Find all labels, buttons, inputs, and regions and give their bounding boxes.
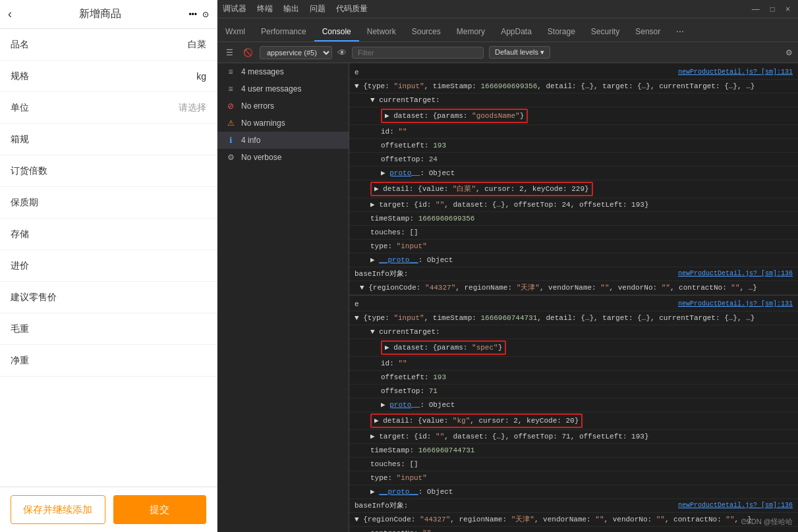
minimize-button[interactable]: — — [749, 5, 762, 14]
form-row[interactable]: 品名 白菜 — [0, 29, 217, 61]
devtools-tab-sources[interactable]: Sources — [404, 23, 449, 41]
filter-icon-warning: ⚠ — [225, 119, 236, 128]
devtools-tab-wxml[interactable]: Wxml — [217, 23, 253, 41]
console-tree-line: offsetLeft: 193 — [349, 139, 798, 153]
form-row[interactable]: 订货倍数 — [0, 155, 217, 187]
close-button[interactable]: × — [783, 5, 793, 14]
source-link[interactable]: newProductDetail.js? [sm]:131 — [673, 298, 793, 310]
console-text: id: "" — [355, 358, 407, 369]
sidebar-toggle-icon[interactable]: ☰ — [223, 46, 236, 59]
source-link[interactable]: newProductDetail.js? [sm]:136 — [673, 500, 793, 512]
save-continue-button[interactable]: 保存并继续添加 — [11, 495, 105, 524]
devtools-tab-performance[interactable]: Performance — [253, 23, 314, 41]
form-row[interactable]: 存储 — [0, 219, 217, 250]
clear-console-icon[interactable]: 🚫 — [241, 46, 254, 59]
devtools-tab-network[interactable]: Network — [359, 23, 404, 41]
filter-item-info[interactable]: ℹ 4 info — [217, 132, 349, 149]
console-tree-line: contractNo: "" — [349, 527, 798, 532]
devtools-tab-sensor[interactable]: Sensor — [627, 23, 668, 41]
form-row[interactable]: 毛重 — [0, 313, 217, 345]
console-highlighted-line: ▶ dataset: {params: "spec"} — [349, 339, 798, 357]
console-line: ▼ {type: "input", timeStamp: 16669607447… — [349, 311, 798, 325]
filter-item-error[interactable]: ⊘ No errors — [217, 97, 349, 115]
filter-label: 4 info — [241, 136, 260, 145]
devtools-tab-security[interactable]: Security — [583, 23, 627, 41]
form-footer: 保存并继续添加 提交 — [0, 487, 217, 532]
appservice-select[interactable]: appservice (#5) — [260, 46, 332, 59]
console-text: ▶ target: {id: "", dataset: {…}, offsetT… — [355, 199, 649, 211]
console-source-line: baseInfo对象: newProductDetail.js? [sm]:13… — [349, 499, 798, 513]
form-label: 规格 — [11, 70, 57, 82]
source-link[interactable]: newProductDetail.js? [sm]:131 — [673, 66, 793, 78]
form-row[interactable]: 保质期 — [0, 187, 217, 219]
console-text: e — [355, 298, 359, 310]
console-text: offsetTop: 24 — [355, 153, 438, 165]
console-text: ▶ target: {id: "", dataset: {…}, offsetT… — [355, 431, 649, 442]
filter-label: 4 messages — [241, 67, 284, 76]
console-text: e — [355, 66, 359, 78]
devtools-topbar: 调试器终端输出问题代码质量 — □ × — [217, 0, 798, 18]
topbar-menu-item[interactable]: 调试器 — [223, 3, 246, 14]
form-row[interactable]: 单位 请选择 — [0, 92, 217, 124]
maximize-button[interactable]: □ — [768, 5, 778, 14]
eye-icon[interactable]: 👁 — [337, 47, 347, 58]
filter-icon-msg: ≡ — [225, 67, 236, 76]
highlighted-text: ▶ dataset: {params: "goodsName"} — [381, 109, 528, 123]
filter-item-msg[interactable]: ≡ 4 messages — [217, 63, 349, 80]
back-button[interactable]: ‹ — [8, 7, 12, 21]
form-row[interactable]: 建议零售价 — [0, 282, 217, 313]
topbar-menu-item[interactable]: 代码质量 — [336, 3, 368, 14]
target-icon[interactable]: ⊙ — [202, 10, 209, 19]
more-icon[interactable]: ••• — [188, 10, 197, 19]
console-highlighted-line: ▶ dataset: {params: "goodsName"} — [349, 107, 798, 125]
filter-item-user-msg[interactable]: ≡ 4 user messages — [217, 80, 349, 97]
devtools-tab-storage[interactable]: Storage — [540, 23, 583, 41]
filter-item-verbose[interactable]: ⚙ No verbose — [217, 149, 349, 166]
console-tree-line: offsetLeft: 193 — [349, 371, 798, 385]
console-tree-line: ▶ __proto__: Object — [349, 485, 798, 499]
form-value: 请选择 — [57, 102, 206, 114]
devtools-tab-memory[interactable]: Memory — [449, 23, 493, 41]
console-text: ▼ currentTarget: — [355, 326, 440, 338]
console-tree-line: id: "" — [349, 125, 798, 139]
filter-sidebar: ≡ 4 messages ≡ 4 user messages ⊘ No erro… — [217, 63, 349, 532]
form-value: kg — [57, 71, 206, 82]
topbar-menu-item[interactable]: 终端 — [257, 3, 273, 14]
console-settings-icon[interactable]: ⚙ — [785, 48, 793, 57]
console-tree-line: ▼ {regionCode: "44327", regionName: "天津"… — [349, 281, 798, 295]
form-row[interactable]: 规格 kg — [0, 61, 217, 92]
form-row[interactable]: 箱规 — [0, 124, 217, 155]
devtools-tab-appdata[interactable]: AppData — [493, 23, 540, 41]
form-label: 单位 — [11, 102, 57, 114]
mobile-form-panel: ‹ 新增商品 ••• ⊙ 品名 白菜 规格 kg 单位 请选择 箱规 订货倍数 … — [0, 0, 217, 532]
console-text: offsetTop: 71 — [355, 385, 438, 397]
console-tree-line: offsetTop: 71 — [349, 385, 798, 398]
topbar-menu: 调试器终端输出问题代码质量 — [223, 3, 368, 14]
default-levels-dropdown[interactable]: Default levels ▾ — [489, 46, 550, 59]
console-text: ▼ {type: "input", timeStamp: 16669607447… — [355, 312, 755, 324]
console-text: type: "input" — [355, 240, 427, 252]
console-text: ▶ proto__: Object — [355, 167, 455, 179]
filter-icon-error: ⊘ — [225, 101, 236, 111]
console-source-line: e newProductDetail.js? [sm]:131 — [349, 66, 798, 80]
topbar-menu-item[interactable]: 问题 — [310, 3, 326, 14]
source-link[interactable]: newProductDetail.js? [sm]:136 — [673, 268, 793, 280]
console-tree-line: ▶ target: {id: "", dataset: {…}, offsetT… — [349, 198, 798, 212]
mobile-header: ‹ 新增商品 ••• ⊙ — [0, 0, 217, 29]
highlighted-text: ▶ dataset: {params: "spec"} — [381, 340, 506, 355]
highlighted-text: ▶ detail: {value: "白菜", cursor: 2, keyCo… — [370, 182, 593, 196]
submit-button[interactable]: 提交 — [113, 495, 207, 524]
console-text: ▼ {type: "input", timeStamp: 16669606993… — [355, 80, 755, 92]
filter-item-warning[interactable]: ⚠ No warnings — [217, 115, 349, 132]
devtools-tab-console[interactable]: Console — [314, 23, 359, 41]
console-text: contractNo: "" — [355, 527, 431, 532]
devtools-tab-⋯[interactable]: ⋯ — [668, 23, 692, 41]
console-tree-line: id: "" — [349, 357, 798, 371]
form-row[interactable]: 进价 — [0, 250, 217, 282]
form-row[interactable]: 净重 — [0, 345, 217, 377]
filter-input[interactable] — [352, 47, 484, 59]
form-label: 净重 — [11, 355, 57, 367]
console-tree-line: touches: [] — [349, 226, 798, 240]
topbar-menu-item[interactable]: 输出 — [283, 3, 299, 14]
devtools-tabs: WxmlPerformanceConsoleNetworkSourcesMemo… — [217, 18, 798, 42]
